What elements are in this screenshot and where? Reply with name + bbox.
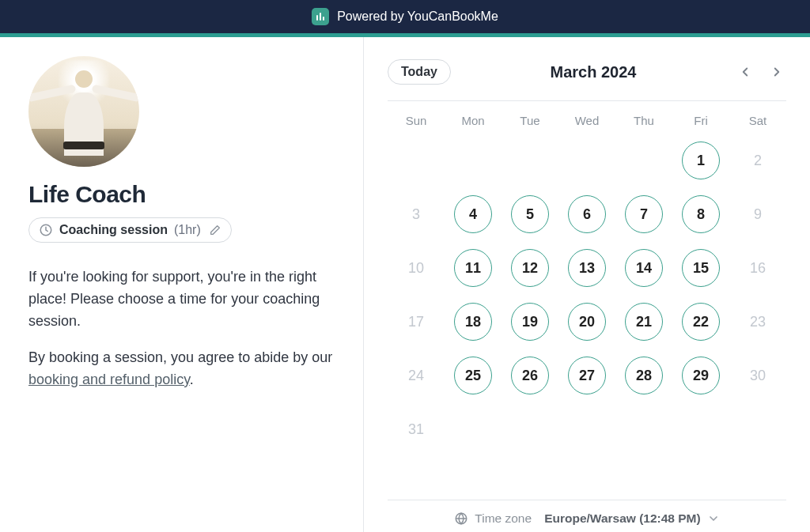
calendar-day-available[interactable]: 6	[568, 195, 606, 233]
calendar-day-available[interactable]: 21	[625, 303, 663, 341]
chevron-right-icon	[770, 65, 784, 79]
calendar-day-disabled: 10	[397, 249, 435, 287]
calendar-day-blank	[615, 141, 672, 179]
calendar-day-disabled: 30	[739, 357, 777, 394]
session-chip[interactable]: Coaching session (1hr)	[28, 217, 232, 243]
calendar-day-disabled: 16	[739, 249, 777, 287]
calendar-day-available[interactable]: 14	[625, 249, 663, 287]
ycbm-logo-icon	[312, 8, 329, 25]
session-duration: (1hr)	[174, 223, 201, 237]
calendar-day-disabled: 17	[397, 303, 435, 341]
calendar-day-available[interactable]: 8	[682, 195, 720, 233]
calendar-day-blank	[729, 410, 786, 448]
description-paragraph-1: If you're looking for support, you're in…	[28, 266, 335, 333]
globe-icon	[454, 511, 468, 526]
calendar-week: 17181920212223	[388, 303, 786, 341]
timezone-value: Europe/Warsaw (12:48 PM)	[544, 511, 701, 526]
weekday-label: Sun	[388, 109, 445, 141]
calendar-day-disabled: 31	[397, 410, 435, 448]
calendar-day-available[interactable]: 27	[568, 357, 606, 394]
session-name: Coaching session	[59, 223, 168, 237]
svg-rect-2	[323, 17, 324, 21]
calendar-day-blank	[502, 141, 558, 179]
timezone-selector[interactable]: Europe/Warsaw (12:48 PM)	[544, 511, 720, 526]
calendar-day-available[interactable]: 29	[682, 357, 720, 394]
top-banner[interactable]: Powered by YouCanBookMe	[0, 0, 810, 33]
calendar-day-disabled: 23	[739, 303, 777, 341]
weekday-label: Fri	[672, 109, 729, 141]
calendar-day-available[interactable]: 15	[682, 249, 720, 287]
calendar-day-disabled: 3	[397, 195, 435, 233]
prev-month-button[interactable]	[736, 62, 755, 81]
weekday-label: Sat	[729, 109, 786, 141]
calendar-day-blank	[445, 410, 502, 448]
calendar-day-blank	[502, 410, 558, 448]
svg-rect-0	[316, 15, 318, 21]
svg-rect-1	[320, 13, 321, 21]
calendar-day-available[interactable]: 12	[511, 249, 549, 287]
calendar-day-available[interactable]: 26	[511, 357, 549, 394]
month-label: March 2024	[451, 63, 736, 81]
calendar-day-blank	[558, 141, 615, 179]
calendar-day-available[interactable]: 5	[511, 195, 549, 233]
calendar-day-disabled: 2	[739, 141, 777, 179]
calendar-day-available[interactable]: 28	[625, 357, 663, 394]
chevron-down-icon	[707, 512, 720, 525]
calendar-day-available[interactable]: 4	[454, 195, 492, 233]
page-title: Life Coach	[28, 181, 335, 208]
calendar-day-blank	[558, 410, 615, 448]
weekday-header: SunMonTueWedThuFriSat	[388, 109, 786, 141]
calendar-week: 24252627282930	[388, 357, 786, 394]
weekday-label: Tue	[502, 109, 558, 141]
description-paragraph-2: By booking a session, you agree to abide…	[28, 347, 335, 391]
calendar-day-available[interactable]: 18	[454, 303, 492, 341]
calendar-day-blank	[672, 410, 729, 448]
divider	[388, 500, 786, 500]
calendar-day-available[interactable]: 1	[682, 141, 720, 179]
calendar-day-blank	[615, 410, 672, 448]
weekday-label: Thu	[615, 109, 672, 141]
weekday-label: Wed	[558, 109, 615, 141]
timezone-label: Time zone	[454, 511, 532, 526]
calendar-day-available[interactable]: 25	[454, 357, 492, 394]
calendar-week: 10111213141516	[388, 249, 786, 287]
calendar-day-available[interactable]: 13	[568, 249, 606, 287]
avatar	[28, 56, 139, 167]
pencil-icon[interactable]	[209, 224, 221, 236]
info-panel: Life Coach Coaching session (1hr) If you…	[0, 37, 364, 532]
calendar-day-available[interactable]: 11	[454, 249, 492, 287]
calendar-day-blank	[388, 141, 445, 179]
calendar-week: 31	[388, 410, 786, 448]
next-month-button[interactable]	[767, 62, 786, 81]
calendar-day-available[interactable]: 7	[625, 195, 663, 233]
top-banner-text: Powered by YouCanBookMe	[337, 9, 498, 24]
chevron-left-icon	[738, 65, 752, 79]
calendar-week: 3456789	[388, 195, 786, 233]
calendar-day-blank	[445, 141, 502, 179]
calendar-day-disabled: 24	[397, 357, 435, 394]
calendar-day-available[interactable]: 19	[511, 303, 549, 341]
calendar-week: 12	[388, 141, 786, 179]
calendar-day-available[interactable]: 22	[682, 303, 720, 341]
weekday-label: Mon	[445, 109, 502, 141]
today-button[interactable]: Today	[388, 59, 451, 85]
calendar-panel: Today March 2024 SunMonTueWedThuFriSat 1…	[364, 37, 810, 532]
clock-icon	[39, 223, 53, 237]
calendar-day-disabled: 9	[739, 195, 777, 233]
calendar-day-available[interactable]: 20	[568, 303, 606, 341]
policy-link[interactable]: booking and refund policy	[28, 372, 190, 387]
divider	[388, 100, 786, 101]
